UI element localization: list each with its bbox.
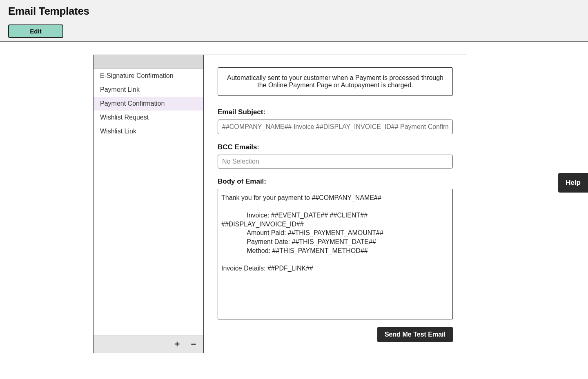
body-label: Body of Email: [218, 177, 453, 186]
content-wrap: E-Signature ConfirmationPayment LinkPaym… [0, 42, 588, 353]
subject-label: Email Subject: [218, 108, 453, 116]
sidebar-item[interactable]: Wishlist Request [94, 111, 203, 124]
edit-button[interactable]: Edit [8, 24, 63, 38]
send-test-email-button[interactable]: Send Me Test Email [377, 327, 453, 342]
plus-icon[interactable]: + [172, 340, 182, 349]
help-tab[interactable]: Help [558, 173, 588, 193]
sidebar-item[interactable]: E-Signature Confirmation [94, 69, 203, 83]
detail-footer: Send Me Test Email [218, 327, 453, 342]
bcc-select[interactable]: No Selection [218, 155, 453, 168]
template-description: Automatically sent to your customer when… [218, 67, 453, 96]
minus-icon[interactable]: − [189, 340, 198, 349]
page-header: Email Templates [0, 0, 588, 21]
templates-sidebar: E-Signature ConfirmationPayment LinkPaym… [94, 55, 204, 353]
template-detail: Automatically sent to your customer when… [204, 55, 467, 353]
templates-panel: E-Signature ConfirmationPayment LinkPaym… [93, 55, 467, 353]
bcc-label: BCC Emails: [218, 143, 453, 151]
sidebar-headerbar [94, 55, 203, 69]
sidebar-footer: + − [94, 335, 203, 353]
subject-input[interactable] [218, 120, 453, 134]
sidebar-item[interactable]: Payment Confirmation [94, 97, 203, 111]
sidebar-item[interactable]: Payment Link [94, 83, 203, 97]
sidebar-list: E-Signature ConfirmationPayment LinkPaym… [94, 69, 203, 335]
toolbar: Edit [0, 21, 588, 42]
body-textarea[interactable]: Thank you for your payment to ##COMPANY_… [218, 189, 453, 319]
page-title: Email Templates [8, 5, 580, 18]
sidebar-item[interactable]: Wishlist Link [94, 124, 203, 138]
